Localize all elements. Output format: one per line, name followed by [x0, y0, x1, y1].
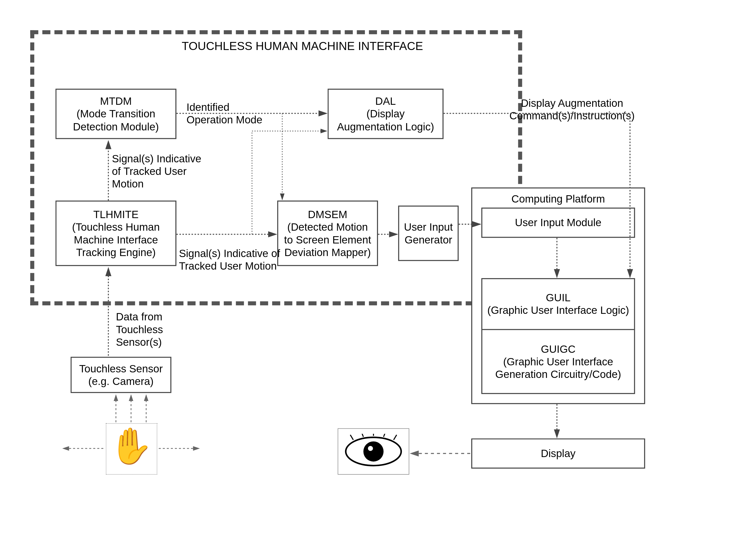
- mtdm-acronym: MTDM: [100, 95, 132, 108]
- guil-full: (Graphic User Interface Logic): [487, 304, 629, 317]
- display-label: Display: [541, 447, 576, 460]
- uig-box: User Input Generator: [398, 206, 459, 261]
- uig-label: User Input Generator: [403, 221, 454, 246]
- svg-point-1: [363, 441, 384, 462]
- hand-icon: ✋: [108, 428, 154, 464]
- tlhmite-full: (Touchless Human Machine Interface Track…: [61, 221, 171, 259]
- label-data-from-sensor: Data from Touchless Sensor(s): [116, 310, 181, 349]
- dal-full: (Display Augmentation Logic): [333, 108, 439, 133]
- dal-box: DAL (Display Augmentation Logic): [327, 89, 443, 139]
- mtdm-full: (Mode Transition Detection Module): [61, 108, 171, 133]
- sensor-box: Touchless Sensor (e.g. Camera): [71, 357, 171, 393]
- uim-box: User Input Module: [481, 208, 635, 238]
- guigc-full: (Graphic User Interface Generation Circu…: [485, 355, 631, 381]
- label-display-aug-cmds: Display Augmentation Command(s)/Instruct…: [501, 97, 642, 122]
- eye-box: [338, 428, 409, 475]
- svg-point-2: [368, 446, 373, 451]
- gui-box: GUIL (Graphic User Interface Logic) GUIG…: [481, 278, 635, 394]
- mtdm-box: MTDM (Mode Transition Detection Module): [56, 89, 176, 139]
- sensor-line2: (e.g. Camera): [88, 375, 154, 388]
- dmsem-box: DMSEM (Detected Motion to Screen Element…: [277, 201, 378, 266]
- dmsem-acronym: DMSEM: [308, 208, 347, 221]
- uim-label: User Input Module: [515, 216, 601, 229]
- guil-acronym: GUIL: [546, 291, 571, 304]
- tlhmite-box: TLHMITE (Touchless Human Machine Interfa…: [56, 201, 176, 266]
- svg-line-6: [384, 434, 386, 437]
- label-signals2: Signal(s) Indicative of Tracked User Mot…: [179, 247, 285, 272]
- svg-line-3: [350, 435, 353, 440]
- guigc-acronym: GUIGC: [541, 342, 576, 355]
- svg-line-7: [394, 435, 397, 440]
- label-identified-mode: Identified Operation Mode: [186, 101, 267, 126]
- dal-acronym: DAL: [375, 95, 396, 108]
- sensor-line1: Touchless Sensor: [79, 362, 163, 375]
- computing-platform-label: Computing Platform: [511, 192, 605, 205]
- tlhmite-acronym: TLHMITE: [93, 208, 138, 221]
- label-signals1: Signal(s) Indicative of Tracked User Mot…: [112, 152, 213, 190]
- display-box: Display: [471, 438, 645, 469]
- eye-icon: [343, 434, 404, 469]
- svg-line-4: [361, 434, 363, 437]
- diagram-title: TOUCHLESS HUMAN MACHINE INTERFACE: [171, 39, 434, 53]
- dmsem-full: (Detected Motion to Screen Element Devia…: [282, 221, 373, 259]
